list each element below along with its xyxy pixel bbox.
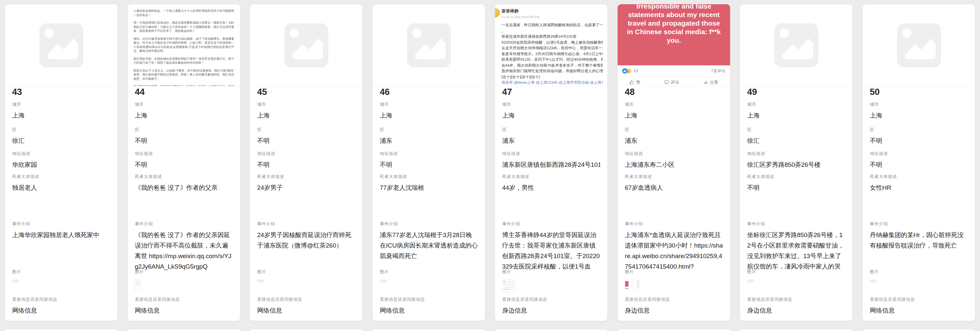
record-number: 48 <box>625 87 635 97</box>
card-cover <box>250 4 363 86</box>
record-card[interactable]: 43 城市 上海 区 徐汇 地址描述 华欣家园 死者大体描述 独居老人 事件介绍… <box>5 4 118 321</box>
weibo-text-line: 一名志愿者，昨日我投入路浦西核酸检测的队伍，但是累了一天后晚上接 <box>501 22 603 28</box>
image-attachment-thumbnail[interactable] <box>870 280 877 282</box>
field-address-label: 地址描述 <box>870 151 968 157</box>
field-deceased: 死者大体描述 独居老人 <box>12 174 110 193</box>
next-row-card-top <box>617 329 730 331</box>
field-city-label: 城市 <box>747 101 845 107</box>
field-city: 城市 上海 <box>380 101 478 121</box>
image-attachment-thumbnail[interactable] <box>636 280 640 290</box>
field-direct-or-indirect: 直接信息还是间接信息 身边信息 <box>625 296 723 316</box>
image-attachment-thumbnail[interactable] <box>632 280 634 290</box>
field-address-value: 不明 <box>870 160 968 170</box>
field-district: 区 不明 <box>257 127 355 146</box>
reaction-count: 19 <box>633 69 638 73</box>
field-district: 区 浦东 <box>502 127 600 146</box>
field-district: 区 不明 <box>870 127 968 146</box>
weibo-text-line: [合十][合十][合十][合十] <box>501 74 603 80</box>
field-district-label: 区 <box>870 127 968 133</box>
field-image-label: 图片 <box>502 269 600 275</box>
field-image: 图片 <box>625 269 723 290</box>
record-card[interactable]: 50 城市 上海 区 不明 地址描述 不明 死者大体描述 女性HR 事件介绍 丹… <box>862 4 975 321</box>
field-city-value: 上海 <box>747 110 845 121</box>
field-deceased-label: 死者大体描述 <box>380 174 478 180</box>
share-button: 分享 <box>703 80 718 85</box>
field-event-label: 事件介绍 <box>12 221 110 227</box>
field-address-label: 地址描述 <box>502 151 600 157</box>
field-event-label: 事件介绍 <box>135 221 233 227</box>
field-event: 事件介绍 浦东77岁老人沈瑞根于3月28日晚在ICU病房因长期末肾透析造成的心肌… <box>380 221 478 261</box>
record-card[interactable]: 茶香禅静 4-2 02:31 来自 iPhone客户端 一名志愿者，昨日我投入路… <box>495 4 608 321</box>
image-attachment-thumbnail[interactable] <box>625 280 629 290</box>
field-district-label: 区 <box>380 127 478 133</box>
image-attachment-thumbnail[interactable] <box>135 280 141 290</box>
record-number: 45 <box>257 87 267 97</box>
field-event: 事件介绍 上海浦东*血透病人延误治疗致死且遗体滞留家中约30小时！https:/… <box>625 221 723 272</box>
field-city-label: 城市 <box>135 101 233 107</box>
image-attachment-thumbnail[interactable] <box>380 280 387 282</box>
field-deceased-value: 67岁血透病人 <box>625 182 723 193</box>
image-attachment-thumbnail[interactable] <box>257 280 264 282</box>
field-image-label: 图片 <box>380 269 478 275</box>
field-image: 图片 <box>502 269 600 292</box>
record-card[interactable]: 49 城市 上海 区 徐汇 地址描述 徐汇区罗秀路850弄26号楼 死者大体描述… <box>740 4 853 321</box>
post-action-bar: 赞 评论 分享 <box>617 77 730 86</box>
comment-count: 7条评论 <box>711 68 725 74</box>
image-placeholder-icon <box>372 4 485 86</box>
card-cover: 人都没有这样的机会，一个病人需要几十个人的同时帮助和关怀才有可能获得一丝的机会！… <box>127 4 240 86</box>
record-card[interactable]: 46 城市 上海 区 浦东 地址描述 不明 死者大体描述 77岁老人沈瑞根 事件… <box>372 4 485 321</box>
weibo-mentions: 海发布 @News上海 @上海12345 @上海市市民信箱 @上海市志愿者协会 <box>501 80 603 86</box>
record-card[interactable]: 人都没有这样的机会，一个病人需要几十个人的同时帮助和关怀才有可能获得一丝的机会！… <box>127 4 240 321</box>
article-paragraph: 人都没有这样的机会，一个病人需要几十个人的同时帮助和关怀才有可能获得一丝的机会！ <box>134 9 234 17</box>
field-event: 事件介绍 24岁男子因核酸而延误治疗而猝死于浦东医院（微博@红茶260） <box>257 221 355 251</box>
field-district-label: 区 <box>12 127 110 133</box>
field-deceased-label: 死者大体描述 <box>12 174 110 180</box>
field-deceased-value: 24岁男子 <box>257 182 355 193</box>
field-city: 城市 上海 <box>747 101 845 121</box>
record-number: 44 <box>135 87 145 97</box>
field-address: 地址描述 不明 <box>380 151 478 170</box>
field-city-value: 上海 <box>502 110 600 121</box>
card-cover <box>5 4 118 86</box>
field-district-value: 不明 <box>257 136 355 146</box>
field-city-label: 城市 <box>12 101 110 107</box>
field-event-label: 事件介绍 <box>625 221 723 227</box>
weibo-text-line: 恳求相关部门能帮忙处理好后续问题，并做好两位老人的心理疏导，给予 <box>501 68 603 74</box>
card-cover <box>740 4 853 86</box>
field-deceased: 死者大体描述 44岁，男性 <box>502 174 600 193</box>
field-event-value: 《我的爸爸 没了》作者的父亲因延误治疗而不得不高位截肢，未久遍离世 https:… <box>135 230 233 272</box>
field-event-value: 坐标徐汇区罗秀路850弄26号楼，12号在小区群里求救需要硝酸甘油，没见到救护车… <box>747 230 845 273</box>
image-attachment-thumbnail[interactable] <box>12 280 19 282</box>
next-row-card-top <box>740 329 853 331</box>
field-address-label: 地址描述 <box>380 151 478 157</box>
image-attachment-thumbnail[interactable] <box>502 280 515 292</box>
image-attachment-thumbnail[interactable] <box>747 280 754 282</box>
field-district-value: 浦东 <box>380 136 478 146</box>
thumbs-up-reaction-icon <box>622 68 627 74</box>
image-placeholder-icon <box>862 4 975 86</box>
field-city-value: 上海 <box>380 110 478 121</box>
field-direct-label: 直接信息还是间接信息 <box>257 296 355 302</box>
record-number: 47 <box>502 87 512 97</box>
field-address-value: 浦东新区唐镇创新西路28弄24号101室 <box>502 160 600 170</box>
field-deceased-label: 死者大体描述 <box>257 174 355 180</box>
record-card[interactable]: Irresponsible and false statements about… <box>617 4 730 321</box>
field-event-value: 24岁男子因核酸而延误治疗而猝死于浦东医院（微博@红茶260） <box>257 230 355 251</box>
field-address-value: 华欣家园 <box>12 160 110 170</box>
field-district-label: 区 <box>257 127 355 133</box>
red-post-screenshot: Irresponsible and false statements about… <box>617 4 730 66</box>
field-address: 地址描述 不明 <box>257 151 355 170</box>
field-deceased: 死者大体描述 不明 <box>747 174 845 193</box>
weibo-timestamp: 4-2 02:31 来自 iPhone客户端 <box>501 15 603 19</box>
record-card[interactable]: 45 城市 上海 区 不明 地址描述 不明 死者大体描述 24岁男子 事件介绍 … <box>250 4 363 321</box>
image-attachment-thumbnails[interactable] <box>625 280 640 290</box>
field-address-value: 徐汇区罗秀路850弄26号楼 <box>747 160 845 170</box>
like-button: 赞 <box>629 80 640 85</box>
field-event-label: 事件介绍 <box>747 221 845 227</box>
field-image: 图片 <box>870 269 968 282</box>
weibo-text-line: 0220329去医院采样核酸，以便1号血透，晚上被告知核酸异样，等待转移 <box>501 40 603 46</box>
field-address: 地址描述 不明 <box>135 151 233 170</box>
field-district-value: 徐汇 <box>747 136 845 146</box>
next-row-card-top <box>862 329 975 331</box>
field-image-label: 图片 <box>257 269 355 275</box>
